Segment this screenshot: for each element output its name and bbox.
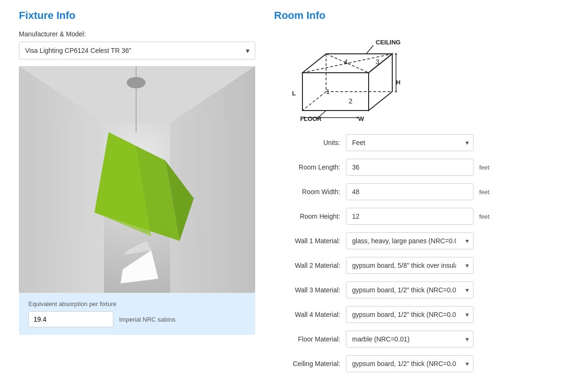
- wall1-select[interactable]: glass, heavy, large panes (NRC=0.0 gypsu…: [346, 232, 474, 249]
- floor-row: Floor Material: glass, heavy, large pane…: [274, 331, 567, 348]
- svg-text:H: H: [396, 79, 400, 86]
- ceiling-label: Ceiling Material:: [274, 360, 340, 367]
- svg-text:3: 3: [376, 58, 379, 66]
- svg-marker-36: [395, 91, 397, 93]
- svg-text:FLOOR: FLOOR: [300, 115, 322, 122]
- svg-marker-14: [369, 54, 392, 111]
- wall4-select[interactable]: glass, heavy, large panes (NRC=0.0 gypsu…: [346, 306, 474, 323]
- absorption-box: Equivalent absorption per fixture Imperi…: [19, 293, 255, 335]
- manufacturer-select-wrapper: Visa Lighting CP6124 Celest TR 36" Optio…: [19, 42, 255, 60]
- svg-text:1: 1: [326, 88, 330, 95]
- units-select-wrapper: Feet Meters ▾: [346, 134, 474, 151]
- floor-label: Floor Material:: [274, 335, 340, 343]
- room-height-unit: feet: [479, 213, 496, 220]
- wall4-label: Wall 4 Material:: [274, 311, 340, 318]
- room-info-panel: Room Info CEILING: [274, 9, 567, 380]
- wall2-select-wrapper: glass, heavy, large panes (NRC=0.0 gypsu…: [346, 257, 474, 274]
- room-height-label: Room Height:: [274, 213, 340, 220]
- absorption-row: Imperial NRC sabins: [28, 311, 246, 327]
- ceiling-select[interactable]: glass, heavy, large panes (NRC=0.0 gypsu…: [346, 355, 474, 372]
- units-select[interactable]: Feet Meters: [346, 134, 474, 151]
- room-width-unit: feet: [479, 188, 496, 196]
- wall2-select[interactable]: glass, heavy, large panes (NRC=0.0 gypsu…: [346, 257, 474, 274]
- floor-select-wrapper: glass, heavy, large panes (NRC=0.0 gypsu…: [346, 331, 474, 348]
- wall4-select-wrapper: glass, heavy, large panes (NRC=0.0 gypsu…: [346, 306, 474, 323]
- room-length-row: Room Length: feet: [274, 159, 567, 176]
- wall1-row: Wall 1 Material: glass, heavy, large pan…: [274, 232, 567, 249]
- room-length-label: Room Length:: [274, 163, 340, 171]
- room-info-title: Room Info: [274, 9, 567, 22]
- fixture-info-title: Fixture Info: [19, 9, 255, 22]
- room-width-row: Room Width: feet: [274, 183, 567, 200]
- wall3-select[interactable]: glass, heavy, large panes (NRC=0.0 gypsu…: [346, 281, 474, 298]
- ceiling-row: Ceiling Material: glass, heavy, large pa…: [274, 355, 567, 372]
- room-diagram: CEILING 4 3 1 2 FLOOR W L H: [274, 30, 425, 125]
- units-label: Units:: [274, 139, 340, 146]
- room-width-input[interactable]: [346, 183, 474, 200]
- units-row: Units: Feet Meters ▾: [274, 134, 567, 151]
- wall2-row: Wall 2 Material: glass, heavy, large pan…: [274, 257, 567, 274]
- fixture-image: [19, 66, 255, 293]
- svg-text:W: W: [358, 115, 364, 122]
- svg-marker-35: [395, 52, 397, 55]
- manufacturer-select[interactable]: Visa Lighting CP6124 Celest TR 36" Optio…: [19, 42, 255, 60]
- floor-select[interactable]: glass, heavy, large panes (NRC=0.0 gypsu…: [346, 331, 474, 348]
- room-length-unit: feet: [479, 164, 496, 171]
- wall2-label: Wall 2 Material:: [274, 262, 340, 269]
- room-width-label: Room Width:: [274, 188, 340, 196]
- svg-line-21: [366, 45, 373, 54]
- svg-point-6: [127, 77, 146, 88]
- wall3-label: Wall 3 Material:: [274, 286, 340, 294]
- absorption-input[interactable]: [28, 311, 113, 327]
- room-length-input[interactable]: [346, 159, 474, 176]
- room-height-input[interactable]: [346, 208, 474, 225]
- wall3-select-wrapper: glass, heavy, large panes (NRC=0.0 gypsu…: [346, 281, 474, 298]
- fixture-svg: [19, 66, 255, 293]
- absorption-unit: Imperial NRC sabins: [119, 316, 175, 323]
- manufacturer-label: Manufacturer & Model:: [19, 30, 255, 38]
- absorption-label: Equivalent absorption per fixture: [28, 300, 246, 307]
- svg-text:L: L: [292, 90, 296, 97]
- wall3-row: Wall 3 Material: glass, heavy, large pan…: [274, 281, 567, 298]
- svg-text:CEILING: CEILING: [376, 39, 401, 46]
- fixture-info-panel: Fixture Info Manufacturer & Model: Visa …: [19, 9, 255, 380]
- wall1-select-wrapper: glass, heavy, large panes (NRC=0.0 gypsu…: [346, 232, 474, 249]
- ceiling-select-wrapper: glass, heavy, large panes (NRC=0.0 gypsu…: [346, 355, 474, 372]
- wall1-label: Wall 1 Material:: [274, 237, 340, 245]
- svg-line-18: [302, 92, 326, 111]
- svg-text:4: 4: [344, 58, 348, 66]
- wall4-row: Wall 4 Material: glass, heavy, large pan…: [274, 306, 567, 323]
- svg-text:2: 2: [349, 97, 353, 105]
- room-height-row: Room Height: feet: [274, 208, 567, 225]
